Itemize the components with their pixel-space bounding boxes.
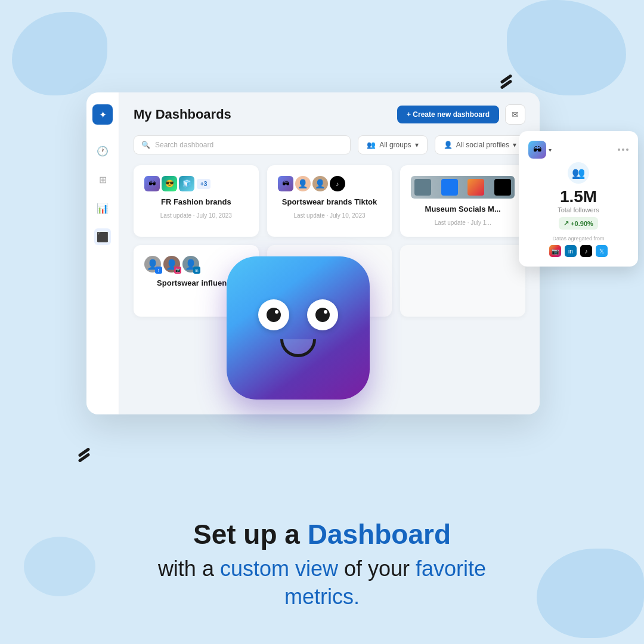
headline-prefix: Set up a	[193, 519, 308, 550]
dashes-bottom-left	[78, 451, 91, 459]
person-badge-1: 👤 f	[144, 256, 161, 273]
dashboard-card-fr-fashion[interactable]: 🕶 😎 🧊 +3 FR Fashion brands Last update ·…	[134, 165, 259, 237]
dot-2	[622, 148, 624, 151]
growth-value: +0.90%	[571, 220, 593, 227]
mascot-mouth	[280, 339, 316, 357]
dashboard-card-sportswear-tiktok[interactable]: 🕶 👤 👤 ♪ Sportswear brands Tiktok Last up…	[267, 165, 392, 237]
header-actions: + Create new dashboard ✉	[397, 104, 525, 125]
datas-from-label: Datas agregated from	[528, 236, 628, 242]
tiktok-icon: ♪	[580, 245, 592, 257]
museum-thumb-tk	[494, 179, 511, 196]
mascot-left-pupil	[267, 308, 281, 322]
avatar-2: 😎	[162, 176, 177, 191]
chevron-down-icon-2: ▾	[513, 141, 516, 149]
card-date-3: Last update · July 1...	[411, 219, 515, 226]
card-avatars-2: 🕶 👤 👤 ♪	[278, 176, 382, 191]
headline-of-your: of your	[338, 556, 416, 581]
headline-line1: Set up a Dashboard	[0, 518, 644, 550]
growth-badge: ↗ +0.90%	[559, 217, 598, 230]
sidebar-item-chart[interactable]: 📊	[94, 200, 111, 216]
search-placeholder: Search dashboard	[155, 141, 213, 149]
headline-line2-start: with a	[158, 556, 220, 581]
linkedin-icon: in	[565, 245, 577, 257]
mascot-body	[227, 256, 370, 400]
avatar-sw-1: 🕶	[278, 176, 293, 191]
stats-avatar: 🕶	[528, 141, 546, 159]
headline-custom-view: custom view	[220, 556, 338, 581]
sidebar-item-box[interactable]: ⬛	[94, 228, 111, 245]
museum-thumb-1	[414, 179, 431, 196]
stats-mini-card: 🕶 ▾ 👥 1.5M Total followers ↗ +0.90% Data…	[519, 131, 638, 267]
mascot-right-eye	[307, 299, 338, 330]
search-box[interactable]: 🔍 Search dashboard	[134, 135, 351, 154]
page-title: My Dashboards	[134, 107, 231, 122]
twitter-icon: 𝕏	[596, 245, 608, 257]
group-filter-label: All groups	[379, 141, 411, 149]
headline-section: Set up a Dashboard with a custom view of…	[0, 518, 644, 611]
card-name: FR Fashion brands	[144, 197, 248, 206]
mascot-right-pupil	[315, 308, 330, 322]
dot-1	[618, 148, 620, 151]
avatar-3: 🧊	[179, 176, 194, 191]
card-date-2: Last update · July 10, 2023	[278, 212, 382, 219]
profile-filter-icon: 👤	[444, 141, 453, 149]
person-badge-3: 👤 in	[182, 256, 199, 273]
followers-count: 1.5M	[528, 187, 628, 206]
arrow-up-icon: ↗	[564, 219, 569, 227]
stats-card-header: 🕶 ▾	[528, 141, 628, 159]
ig-indicator: 📷	[174, 267, 181, 274]
bg-blob-top-left	[12, 12, 107, 95]
followers-icon: 👥	[568, 162, 589, 184]
sidebar: 🕐 ⊞ 📊 ⬛	[86, 92, 119, 414]
dashboard-card-museum[interactable]: Museum Socials M... Last update · July 1…	[400, 165, 525, 237]
person-badge-2: 👤 📷	[163, 256, 180, 273]
avatar-sw-2: 👤	[295, 176, 311, 191]
museum-preview	[411, 176, 515, 199]
page-header: My Dashboards + Create new dashboard ✉	[134, 104, 525, 125]
chevron-down-icon: ▾	[415, 141, 419, 149]
stats-avatar-label: ▾	[549, 147, 552, 153]
card-name-2: Sportswear brands Tiktok	[278, 197, 382, 206]
card-avatars: 🕶 😎 🧊 +3	[144, 176, 248, 191]
mascot	[227, 256, 382, 423]
card-badge: +3	[197, 179, 210, 189]
avatar-sw-3: 👤	[312, 176, 328, 191]
group-filter-icon: 👥	[367, 141, 376, 149]
dot-3	[626, 148, 628, 151]
profile-filter-label: All social profiles	[456, 141, 509, 149]
search-icon: 🔍	[141, 141, 150, 149]
sidebar-item-grid[interactable]: ⊞	[94, 171, 111, 188]
dashes-top-right	[500, 78, 513, 86]
followers-label: Total followers	[528, 206, 628, 213]
instagram-icon: 📷	[549, 245, 561, 257]
headline-metrics: metrics.	[284, 584, 360, 609]
dashboard-card-empty-2	[400, 245, 525, 317]
li-indicator: in	[193, 267, 200, 274]
headline-line2: with a custom view of your favorite metr…	[0, 555, 644, 611]
museum-thumb-fb	[441, 179, 458, 196]
fb-indicator: f	[155, 267, 162, 274]
avatar-sw-4: ♪	[330, 176, 345, 191]
headline-highlight: Dashboard	[308, 519, 451, 550]
museum-thumb-ig	[467, 179, 484, 196]
mail-button[interactable]: ✉	[505, 104, 525, 125]
card-name-3: Museum Socials M...	[411, 205, 515, 213]
mascot-left-eye	[258, 299, 289, 330]
mascot-eyes	[258, 299, 338, 330]
app-logo[interactable]	[92, 104, 113, 125]
card-date: Last update · July 10, 2023	[144, 212, 248, 219]
sidebar-item-clock[interactable]: 🕐	[94, 143, 111, 159]
bg-blob-top-right	[507, 0, 626, 95]
profile-filter-dropdown[interactable]: 👤 All social profiles ▾	[435, 135, 525, 154]
social-icons-row: 📷 in ♪ 𝕏	[528, 245, 628, 257]
filters-row: 🔍 Search dashboard 👥 All groups ▾ 👤 All …	[134, 135, 525, 154]
headline-favorite: favorite	[416, 556, 486, 581]
avatar-1: 🕶	[144, 176, 160, 191]
group-filter-dropdown[interactable]: 👥 All groups ▾	[358, 135, 427, 154]
create-dashboard-button[interactable]: + Create new dashboard	[397, 106, 499, 123]
